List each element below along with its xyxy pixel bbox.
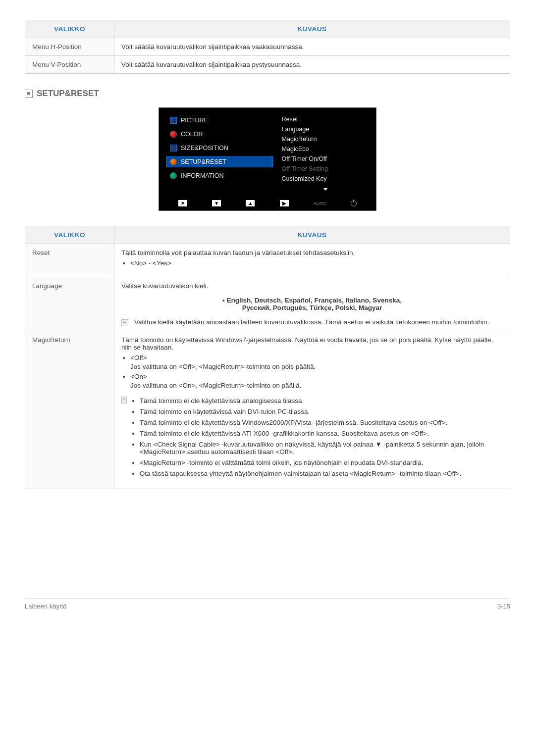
osd-bottom-bar: ✕ ▼ ▲ ▶ AUTO xyxy=(166,197,369,206)
table-setup-reset: VALIKKO KUVAUS Reset Tällä toiminnolla v… xyxy=(25,226,510,489)
magicreturn-intro: Tämä toiminto on käytettävissä Windows7-… xyxy=(121,336,503,351)
menu-h-position-desc: Voit säätää kuvaruutuvalikon sijaintipai… xyxy=(114,38,510,56)
list-item: Tämä toiminto ei ole käytettävissä Windo… xyxy=(140,419,503,426)
size-position-icon xyxy=(170,145,177,151)
menu-v-position-desc: Voit säätää kuvaruutuvalikon sijaintipai… xyxy=(114,56,510,74)
list-item: Tämä toiminto ei ole käytettävissä analo… xyxy=(140,397,503,404)
osd-option-off-timer-onoff: Off Timer On/Off xyxy=(282,155,369,162)
section-title: SETUP&RESET xyxy=(37,89,99,99)
list-item: <MagicReturn> -toiminto ei välttämättä t… xyxy=(140,459,503,466)
list-item: Ota tässä tapauksessa yhteyttä näytönohj… xyxy=(140,470,503,477)
table1-header-menu: VALIKKO xyxy=(25,20,114,38)
osd-down-icon: ▼ xyxy=(212,200,221,206)
magicreturn-desc: Tämä toiminto on käytettävissä Windows7-… xyxy=(114,331,510,489)
magicreturn-notes-block: Tämä toiminto ei ole käytettävissä analo… xyxy=(121,394,503,484)
reset-label: Reset xyxy=(25,244,114,277)
osd-option-customized-key: Customized Key xyxy=(282,175,369,182)
table1-header-desc: KUVAUS xyxy=(114,20,510,38)
osd-option-magicreturn: MagicReturn xyxy=(282,136,369,143)
footer-right: 3-15 xyxy=(497,603,510,610)
picture-icon xyxy=(170,117,177,124)
language-list: • English, Deutsch, Español, Français, I… xyxy=(121,297,503,311)
table-row: Reset Tällä toiminnolla voit palauttaa k… xyxy=(25,244,510,277)
list-item: Kun <Check Signal Cable> -kuvaruutuvalik… xyxy=(140,441,503,455)
table-row: Menu H-Position Voit säätää kuvaruutuval… xyxy=(25,38,510,56)
magicreturn-off: <Off> Jos valittuna on <Off>, <MagicRetu… xyxy=(130,354,503,370)
osd-right-panel: Reset Language MagicReturn MagicEco Off … xyxy=(282,115,369,192)
magicreturn-label: MagicReturn xyxy=(25,331,114,489)
list-item: Tämä toiminto on käytettävissä vain DVI-… xyxy=(140,408,503,415)
osd-item-setup-reset: SETUP&RESET xyxy=(166,156,273,167)
table2-header-menu: VALIKKO xyxy=(25,226,114,244)
note-icon xyxy=(121,319,128,326)
table-row: Language Valitse kuvaruutuvalikon kieli.… xyxy=(25,277,510,331)
osd-down-arrow xyxy=(282,185,369,192)
osd-option-off-timer-setting: Off Timer Setting xyxy=(282,165,369,172)
osd-auto-label: AUTO xyxy=(314,201,326,206)
note-icon xyxy=(121,397,127,403)
table-size-position: VALIKKO KUVAUS Menu H-Position Voit säät… xyxy=(25,20,510,74)
osd-menu: PICTURE COLOR SIZE&POSITION SETUP&RESET … xyxy=(159,107,376,211)
osd-item-color: COLOR xyxy=(166,129,273,140)
reset-desc: Tällä toiminnolla voit palauttaa kuvan l… xyxy=(114,244,510,277)
osd-item-information: INFORMATION xyxy=(166,170,273,181)
reset-options: <No> - <Yes> xyxy=(130,259,503,267)
osd-up-icon: ▲ xyxy=(246,200,255,206)
osd-option-language: Language xyxy=(282,126,369,133)
setup-reset-osd-icon xyxy=(170,158,177,165)
menu-v-position-label: Menu V-Position xyxy=(25,56,114,74)
magicreturn-on: <On> Jos valittuna on <On>, <MagicReturn… xyxy=(130,373,503,389)
table-row: Menu V-Position Voit säätää kuvaruutuval… xyxy=(25,56,510,74)
osd-enter-icon: ▶ xyxy=(280,200,289,206)
language-label: Language xyxy=(25,277,114,331)
language-note: Valittua kieltä käytetään ainoastaan lai… xyxy=(121,318,503,326)
osd-left-panel: PICTURE COLOR SIZE&POSITION SETUP&RESET … xyxy=(166,115,273,192)
chevron-down-icon xyxy=(323,188,327,191)
color-icon xyxy=(170,131,177,138)
information-icon xyxy=(170,172,177,179)
footer-left: Laitteen käyttö xyxy=(25,603,67,610)
language-desc: Valitse kuvaruutuvalikon kieli. • Englis… xyxy=(114,277,510,331)
page-footer: Laitteen käyttö 3-15 xyxy=(25,598,510,610)
osd-close-icon: ✕ xyxy=(178,200,187,206)
section-heading: SETUP&RESET xyxy=(25,89,510,99)
list-item: Tämä toiminto ei ole käytettävissä ATI X… xyxy=(140,430,503,437)
osd-power-icon xyxy=(351,201,357,206)
osd-option-magiceco: MagicEco xyxy=(282,146,369,152)
table-row: MagicReturn Tämä toiminto on käytettävis… xyxy=(25,331,510,489)
table2-header-desc: KUVAUS xyxy=(114,226,510,244)
osd-option-reset: Reset xyxy=(282,116,369,123)
osd-item-picture: PICTURE xyxy=(166,115,273,126)
osd-item-size-position: SIZE&POSITION xyxy=(166,143,273,153)
menu-h-position-label: Menu H-Position xyxy=(25,38,114,56)
reset-text: Tällä toiminnolla voit palauttaa kuvan l… xyxy=(121,249,503,256)
setup-reset-icon xyxy=(25,90,33,98)
language-text: Valitse kuvaruutuvalikon kieli. xyxy=(121,282,503,290)
